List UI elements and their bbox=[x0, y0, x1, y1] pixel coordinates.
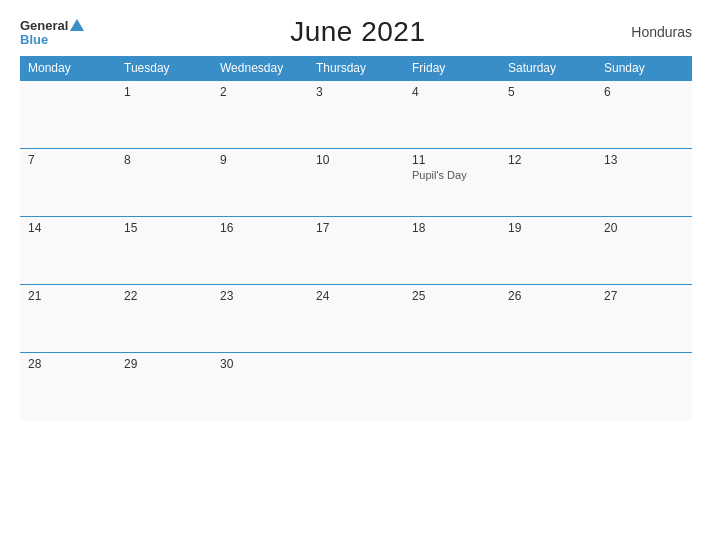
day-header-tuesday: Tuesday bbox=[116, 56, 212, 81]
calendar-header-row: MondayTuesdayWednesdayThursdayFridaySatu… bbox=[20, 56, 692, 81]
calendar-cell bbox=[404, 353, 500, 421]
cell-date: 30 bbox=[220, 357, 300, 371]
calendar-week-2: 7891011Pupil's Day1213 bbox=[20, 149, 692, 217]
cell-date: 23 bbox=[220, 289, 300, 303]
calendar-title: June 2021 bbox=[290, 16, 425, 48]
calendar-cell: 4 bbox=[404, 81, 500, 149]
cell-date: 3 bbox=[316, 85, 396, 99]
calendar-cell: 5 bbox=[500, 81, 596, 149]
calendar-cell: 30 bbox=[212, 353, 308, 421]
calendar-cell: 10 bbox=[308, 149, 404, 217]
calendar-cell: 13 bbox=[596, 149, 692, 217]
calendar-cell: 26 bbox=[500, 285, 596, 353]
day-header-friday: Friday bbox=[404, 56, 500, 81]
cell-date: 27 bbox=[604, 289, 684, 303]
calendar-cell: 17 bbox=[308, 217, 404, 285]
cell-event: Pupil's Day bbox=[412, 169, 492, 181]
cell-date: 10 bbox=[316, 153, 396, 167]
calendar-cell: 11Pupil's Day bbox=[404, 149, 500, 217]
calendar-cell: 19 bbox=[500, 217, 596, 285]
calendar-cell: 3 bbox=[308, 81, 404, 149]
calendar-cell: 16 bbox=[212, 217, 308, 285]
day-header-monday: Monday bbox=[20, 56, 116, 81]
calendar-cell: 22 bbox=[116, 285, 212, 353]
calendar-cell bbox=[20, 81, 116, 149]
logo-general-text: General bbox=[20, 19, 68, 32]
cell-date: 8 bbox=[124, 153, 204, 167]
day-header-sunday: Sunday bbox=[596, 56, 692, 81]
cell-date: 28 bbox=[28, 357, 108, 371]
day-header-wednesday: Wednesday bbox=[212, 56, 308, 81]
calendar-cell: 9 bbox=[212, 149, 308, 217]
calendar-cell: 27 bbox=[596, 285, 692, 353]
logo: General Blue bbox=[20, 19, 84, 46]
calendar-cell: 20 bbox=[596, 217, 692, 285]
cell-date: 4 bbox=[412, 85, 492, 99]
cell-date: 25 bbox=[412, 289, 492, 303]
calendar-cell: 7 bbox=[20, 149, 116, 217]
calendar-cell: 12 bbox=[500, 149, 596, 217]
calendar-week-5: 282930 bbox=[20, 353, 692, 421]
calendar-cell: 29 bbox=[116, 353, 212, 421]
calendar-cell: 28 bbox=[20, 353, 116, 421]
cell-date: 14 bbox=[28, 221, 108, 235]
calendar-week-3: 14151617181920 bbox=[20, 217, 692, 285]
cell-date: 16 bbox=[220, 221, 300, 235]
cell-date: 11 bbox=[412, 153, 492, 167]
country-label: Honduras bbox=[631, 24, 692, 40]
cell-date: 6 bbox=[604, 85, 684, 99]
calendar-cell: 25 bbox=[404, 285, 500, 353]
cell-date: 26 bbox=[508, 289, 588, 303]
cell-date: 29 bbox=[124, 357, 204, 371]
cell-date: 22 bbox=[124, 289, 204, 303]
calendar-cell: 15 bbox=[116, 217, 212, 285]
calendar-cell bbox=[596, 353, 692, 421]
cell-date: 2 bbox=[220, 85, 300, 99]
calendar-table: MondayTuesdayWednesdayThursdayFridaySatu… bbox=[20, 56, 692, 421]
cell-date: 13 bbox=[604, 153, 684, 167]
calendar-week-4: 21222324252627 bbox=[20, 285, 692, 353]
cell-date: 12 bbox=[508, 153, 588, 167]
cell-date: 17 bbox=[316, 221, 396, 235]
calendar-cell: 2 bbox=[212, 81, 308, 149]
logo-triangle-icon bbox=[70, 19, 84, 31]
page-header: General Blue June 2021 Honduras bbox=[20, 16, 692, 48]
calendar-cell: 23 bbox=[212, 285, 308, 353]
calendar-cell: 14 bbox=[20, 217, 116, 285]
day-header-saturday: Saturday bbox=[500, 56, 596, 81]
calendar-cell: 21 bbox=[20, 285, 116, 353]
cell-date: 9 bbox=[220, 153, 300, 167]
cell-date: 18 bbox=[412, 221, 492, 235]
calendar-cell: 8 bbox=[116, 149, 212, 217]
cell-date: 15 bbox=[124, 221, 204, 235]
calendar-cell: 1 bbox=[116, 81, 212, 149]
calendar-cell bbox=[308, 353, 404, 421]
calendar-cell: 24 bbox=[308, 285, 404, 353]
cell-date: 19 bbox=[508, 221, 588, 235]
cell-date: 20 bbox=[604, 221, 684, 235]
calendar-cell: 6 bbox=[596, 81, 692, 149]
day-header-thursday: Thursday bbox=[308, 56, 404, 81]
cell-date: 5 bbox=[508, 85, 588, 99]
logo-blue-text: Blue bbox=[20, 33, 48, 46]
cell-date: 7 bbox=[28, 153, 108, 167]
calendar-cell bbox=[500, 353, 596, 421]
cell-date: 21 bbox=[28, 289, 108, 303]
calendar-week-1: 123456 bbox=[20, 81, 692, 149]
cell-date: 1 bbox=[124, 85, 204, 99]
calendar-cell: 18 bbox=[404, 217, 500, 285]
cell-date: 24 bbox=[316, 289, 396, 303]
